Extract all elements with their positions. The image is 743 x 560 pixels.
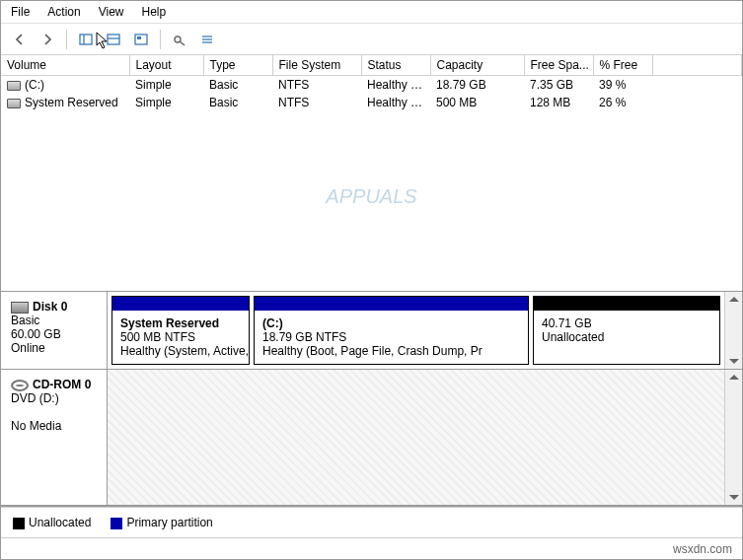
scrollbar[interactable] <box>724 370 742 505</box>
forward-button[interactable] <box>37 29 58 50</box>
col-volume[interactable]: Volume <box>1 55 129 76</box>
cell-fs: NTFS <box>272 76 361 95</box>
settings-button[interactable] <box>169 29 190 50</box>
partition-system-reserved[interactable]: System Reserved 500 MB NTFS Healthy (Sys… <box>111 296 250 365</box>
cell-capacity: 500 MB <box>430 94 524 111</box>
footer-text: wsxdn.com <box>673 542 732 556</box>
cell-layout: Simple <box>129 94 203 111</box>
partition-name: (C:) <box>262 316 520 330</box>
col-status[interactable]: Status <box>361 55 430 76</box>
cell-free: 128 MB <box>524 94 593 111</box>
partition-bar <box>534 297 719 311</box>
partition-area <box>108 370 724 505</box>
partition-bar <box>255 297 528 311</box>
partition-status: Healthy (Boot, Page File, Crash Dump, Pr <box>262 344 520 358</box>
menu-file[interactable]: File <box>11 5 30 19</box>
disk-row: CD-ROM 0 DVD (D:) No Media <box>1 370 742 506</box>
svg-rect-0 <box>80 35 92 44</box>
cell-type: Basic <box>203 76 272 95</box>
svg-rect-2 <box>108 35 119 44</box>
disk-type: Basic <box>11 314 97 327</box>
partition-size: 500 MB NTFS <box>120 330 241 344</box>
disk-graph: Disk 0 Basic 60.00 GB Online System Rese… <box>1 292 742 507</box>
drive-icon <box>7 99 21 108</box>
cell-free: 7.35 GB <box>524 76 593 95</box>
disk-state: Online <box>11 341 97 355</box>
disk-size: 60.00 GB <box>11 327 97 341</box>
disk-row: Disk 0 Basic 60.00 GB Online System Rese… <box>1 292 742 370</box>
legend-unallocated: Unallocated <box>13 516 91 529</box>
cell-volume: System Reserved <box>25 96 118 109</box>
col-filesystem[interactable]: File System <box>272 55 361 76</box>
drive-icon <box>7 81 21 91</box>
col-layout[interactable]: Layout <box>129 55 203 76</box>
disk-title: CD-ROM 0 <box>33 378 91 391</box>
cell-capacity: 18.79 GB <box>430 76 524 95</box>
column-header-row: Volume Layout Type File System Status Ca… <box>1 55 742 76</box>
partition-area: System Reserved 500 MB NTFS Healthy (Sys… <box>108 292 724 369</box>
col-spacer <box>652 55 742 76</box>
hdd-icon <box>11 302 29 314</box>
menu-action[interactable]: Action <box>47 5 80 19</box>
svg-line-7 <box>180 41 185 45</box>
list-button[interactable] <box>196 29 218 50</box>
partition-unallocated[interactable]: 40.71 GB Unallocated <box>533 296 720 365</box>
cell-pct: 39 % <box>593 76 652 95</box>
menu-help[interactable]: Help <box>142 5 167 19</box>
cell-pct: 26 % <box>593 94 652 111</box>
cd-icon <box>11 380 29 391</box>
cell-fs: NTFS <box>272 94 361 111</box>
disk-line: DVD (D:) <box>11 391 97 405</box>
cell-volume: (C:) <box>25 78 44 92</box>
help-button[interactable] <box>130 29 152 50</box>
cell-layout: Simple <box>129 76 203 95</box>
legend: Unallocated Primary partition <box>1 507 742 537</box>
refresh-button[interactable] <box>103 29 124 50</box>
menu-view[interactable]: View <box>99 5 124 19</box>
show-hide-console-button[interactable] <box>75 29 97 50</box>
disk-title: Disk 0 <box>33 300 67 314</box>
partition-status: Unallocated <box>542 330 711 344</box>
partition-size: 40.71 GB <box>542 316 711 330</box>
separator <box>66 30 67 49</box>
watermark: APPUALS <box>326 185 416 208</box>
table-row[interactable]: (C:) Simple Basic NTFS Healthy (B... 18.… <box>1 76 742 95</box>
col-type[interactable]: Type <box>203 55 272 76</box>
menu-bar: File Action View Help <box>1 1 742 24</box>
legend-primary: Primary partition <box>111 516 212 529</box>
col-free-space[interactable]: Free Spa... <box>524 55 593 76</box>
partition-c[interactable]: (C:) 18.79 GB NTFS Healthy (Boot, Page F… <box>254 296 529 365</box>
partition-size: 18.79 GB NTFS <box>262 330 520 344</box>
volume-list: Volume Layout Type File System Status Ca… <box>1 55 742 292</box>
disk-info[interactable]: Disk 0 Basic 60.00 GB Online <box>1 292 108 369</box>
partition-bar <box>112 297 249 311</box>
cell-status: Healthy (S... <box>361 94 430 111</box>
table-row[interactable]: System Reserved Simple Basic NTFS Health… <box>1 94 742 111</box>
disk-state: No Media <box>11 419 97 433</box>
cell-type: Basic <box>203 94 272 111</box>
svg-rect-5 <box>137 36 141 39</box>
disk-info[interactable]: CD-ROM 0 DVD (D:) No Media <box>1 370 108 505</box>
partition-name: System Reserved <box>120 316 241 330</box>
partition-status: Healthy (System, Active, <box>120 344 241 358</box>
back-button[interactable] <box>9 29 31 50</box>
toolbar <box>1 24 742 55</box>
col-capacity[interactable]: Capacity <box>430 55 524 76</box>
cell-status: Healthy (B... <box>361 76 430 95</box>
col-percent-free[interactable]: % Free <box>593 55 652 76</box>
scrollbar[interactable] <box>724 292 742 369</box>
status-bar: wsxdn.com <box>1 537 742 559</box>
separator <box>160 30 161 49</box>
